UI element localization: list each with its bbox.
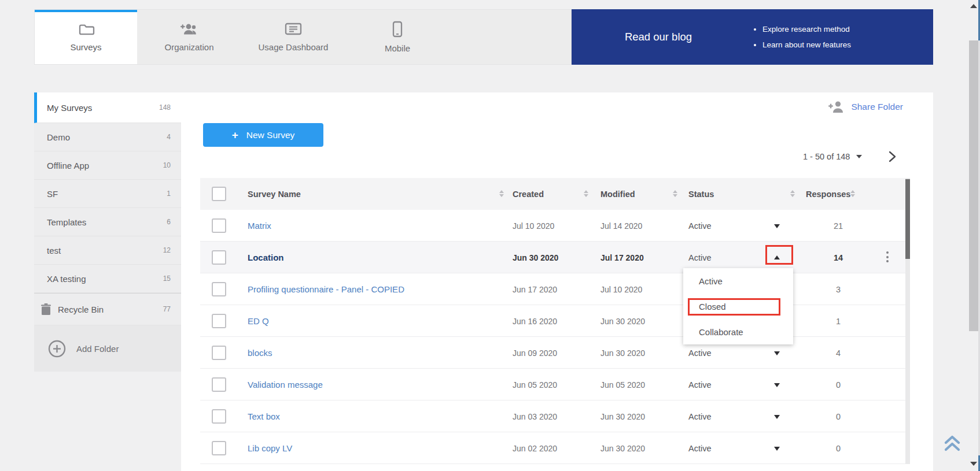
scroll-to-top-button[interactable] [940, 432, 965, 455]
survey-name-link[interactable]: Validation message [248, 369, 323, 400]
table-scrollbar [905, 178, 910, 464]
row-checkbox[interactable] [212, 282, 226, 296]
status-value[interactable]: Active [688, 432, 712, 464]
mobile-icon [392, 21, 403, 38]
sort-icon[interactable] [673, 190, 677, 197]
folder-label: Templates [47, 217, 86, 227]
scrollbar-down-arrow-icon[interactable] [970, 462, 977, 466]
status-caret-icon[interactable] [774, 351, 780, 355]
survey-name-link[interactable]: ED Q [248, 305, 269, 337]
pagination-control[interactable]: 1 - 50 of 148 [803, 152, 862, 161]
table-scrollbar-thumb[interactable] [905, 179, 910, 259]
share-folder-button[interactable]: Share Folder [828, 101, 903, 113]
double-chevron-up-icon [940, 432, 965, 455]
add-folder-label: Add Folder [76, 344, 119, 354]
sidebar-recycle-bin[interactable]: Recycle Bin 77 [34, 293, 181, 325]
table-row: Text box Jun 03 2020 Jun 30 2020 Active … [200, 400, 909, 432]
tab-mobile[interactable]: Mobile [345, 10, 450, 64]
survey-name-link[interactable]: Profiling questionnaire - Panel - COPIED [248, 273, 404, 305]
row-checkbox[interactable] [212, 218, 226, 233]
responses-count: 0 [812, 369, 864, 400]
responses-count: 21 [812, 210, 864, 242]
survey-name-link[interactable]: Lib copy LV [248, 432, 292, 464]
folder-count: 10 [163, 161, 171, 169]
add-folder-button[interactable]: Add Folder [34, 325, 181, 372]
scrollbar-up-arrow-icon[interactable] [970, 4, 977, 8]
status-caret-icon[interactable] [774, 447, 780, 451]
survey-name-link[interactable]: blocks [248, 337, 272, 369]
status-caret-icon[interactable] [774, 383, 780, 387]
survey-name-link[interactable]: Location [248, 242, 284, 273]
row-checkbox[interactable] [212, 377, 226, 392]
tab-organization[interactable]: Organization [137, 10, 241, 64]
row-checkbox-cell [212, 305, 226, 337]
sidebar-folder-item[interactable]: XA testing 15 [34, 265, 181, 293]
tab-label: Usage Dashboard [259, 42, 329, 52]
row-checkbox[interactable] [212, 409, 226, 424]
blog-banner[interactable]: Read our blog Explore research methodLea… [572, 9, 933, 65]
sort-icon[interactable] [790, 190, 795, 197]
created-date: Jul 10 2020 [513, 210, 554, 242]
tab-usage-dashboard[interactable]: Usage Dashboard [241, 10, 345, 64]
sort-icon[interactable] [584, 190, 588, 197]
modified-date: Jun 30 2020 [600, 400, 645, 432]
status-caret-icon[interactable] [774, 415, 780, 419]
tab-surveys[interactable]: Surveys [35, 10, 137, 64]
sort-icon[interactable] [499, 190, 504, 197]
responses-count: 0 [812, 400, 864, 432]
sidebar-folder-item[interactable]: SF 1 [34, 180, 181, 208]
status-caret-icon[interactable] [774, 224, 780, 228]
status-value[interactable]: Active [688, 400, 712, 432]
row-checkbox[interactable] [212, 250, 226, 265]
sidebar-folder-item[interactable]: My Surveys 148 [34, 92, 181, 123]
banner-title[interactable]: Read our blog [572, 31, 745, 43]
table-row: Matrix Jul 10 2020 Jul 14 2020 Active 21 [200, 210, 909, 242]
pagination-caret-icon[interactable] [856, 155, 862, 158]
top-nav: Surveys Organization [34, 9, 933, 65]
created-date: Jun 02 2020 [513, 432, 557, 464]
folder-count: 4 [167, 133, 171, 141]
sidebar-folder-item[interactable]: Offline App 10 [34, 151, 181, 180]
pagination-range: 1 - 50 of 148 [803, 152, 850, 161]
sidebar-folder-item[interactable]: Templates 6 [34, 208, 181, 236]
status-option[interactable]: Collaborate [683, 319, 793, 344]
table-row: Profiling questionnaire - Panel - COPIED… [200, 273, 909, 305]
responses-count: 0 [812, 432, 864, 464]
row-checkbox-cell [212, 337, 226, 369]
sort-icon[interactable] [850, 190, 855, 197]
circle-plus-icon [48, 340, 66, 358]
row-checkbox[interactable] [212, 441, 226, 455]
status-option[interactable]: Active [683, 268, 793, 294]
group-add-icon [179, 22, 199, 36]
header-status: Status [688, 178, 714, 210]
select-all-cell [212, 178, 226, 210]
status-value[interactable]: Active [688, 210, 712, 242]
folder-sidebar: My Surveys 148 Demo 4 Offline App 10 SF … [34, 92, 181, 372]
sidebar-folder-item[interactable]: Demo 4 [34, 123, 181, 151]
folder-label: My Surveys [47, 103, 92, 113]
new-survey-button[interactable]: + New Survey [203, 123, 323, 147]
status-value[interactable]: Active [688, 369, 712, 400]
folder-count: 148 [159, 103, 171, 112]
page-scrollbar-thumb[interactable] [969, 40, 979, 331]
new-survey-label: New Survey [246, 130, 295, 140]
tab-label: Surveys [70, 42, 101, 52]
modified-date: Jun 30 2020 [600, 337, 645, 369]
nav-tabs: Surveys Organization [34, 9, 572, 65]
folder-count: 6 [167, 218, 171, 226]
survey-name-link[interactable]: Matrix [248, 210, 271, 242]
sidebar-folder-item[interactable]: test 12 [34, 236, 181, 265]
row-checkbox-cell [212, 432, 226, 464]
next-page-button[interactable] [886, 150, 898, 165]
modified-date: Jun 30 2020 [600, 305, 645, 337]
table-body: Matrix Jul 10 2020 Jul 14 2020 Active 21… [200, 210, 909, 464]
survey-name-link[interactable]: Text box [248, 400, 280, 432]
row-checkbox[interactable] [212, 346, 226, 360]
row-menu-icon[interactable] [886, 251, 889, 262]
row-checkbox[interactable] [212, 314, 226, 328]
table-row: ED Q Jun 16 2020 Jun 30 2020 1 [200, 305, 909, 337]
modified-date: Jul 10 2020 [600, 273, 642, 305]
select-all-checkbox[interactable] [212, 187, 226, 201]
table-row: Lib copy LV Jun 02 2020 Jun 30 2020 Acti… [200, 432, 909, 464]
folder-label: Demo [47, 132, 70, 142]
